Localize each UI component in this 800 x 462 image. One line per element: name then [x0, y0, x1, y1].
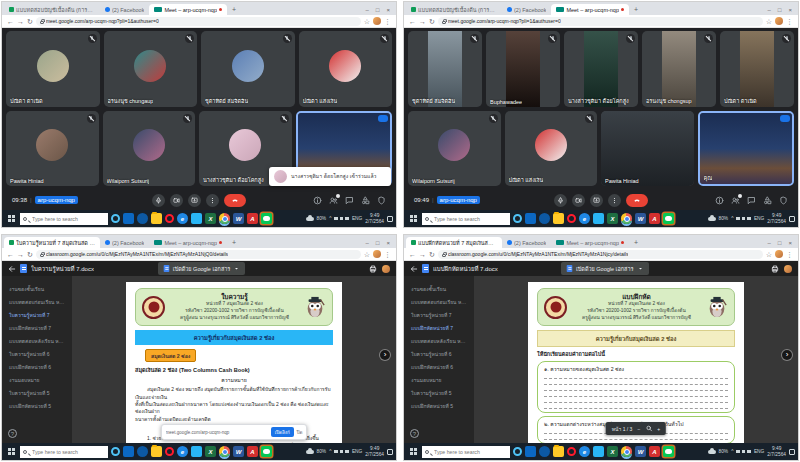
new-tab-button[interactable]: + — [227, 4, 241, 15]
action-center-icon[interactable] — [387, 216, 393, 222]
maximize-button[interactable]: □ — [376, 7, 380, 13]
system-tray[interactable]: 80%^ENG9:492/7/2564 — [708, 446, 795, 457]
chat-icon[interactable] — [345, 196, 354, 205]
sidebar-item[interactable]: ใบความรู้หน่วยที่ 6 — [2, 347, 72, 360]
tab-meet[interactable]: Meet – arp-ucqm-nqp — [551, 237, 629, 248]
tray-status-icons[interactable] — [736, 450, 751, 454]
file-explorer-icon[interactable] — [553, 213, 564, 224]
account-avatar[interactable] — [382, 265, 390, 273]
url-field[interactable]: meet.google.com/arp-ucqm-nqp?pli=1&authu… — [438, 17, 763, 26]
sidebar-item-active[interactable]: ใบความรู้หน่วยที่ 7 — [2, 308, 72, 321]
excel-icon[interactable]: X — [607, 446, 618, 457]
opera-icon[interactable] — [165, 214, 174, 223]
file-explorer-icon[interactable] — [553, 446, 564, 457]
language-indicator[interactable]: ENG — [754, 449, 764, 454]
participants-icon[interactable] — [329, 196, 338, 205]
tray-clock[interactable]: 9:492/7/2564 — [767, 213, 786, 224]
opera-icon[interactable] — [567, 447, 576, 456]
tab-sheets[interactable]: แบบทดสอบบัญชีเบื้องต้น (การตอบกลับ) — [4, 4, 100, 15]
line-icon[interactable] — [663, 213, 674, 224]
tab-meet[interactable]: Meet – arp-ucqm-nqp — [149, 4, 227, 15]
leave-call-button[interactable] — [224, 194, 246, 207]
profile-avatar[interactable] — [373, 17, 381, 25]
edge-legacy-icon[interactable]: e — [177, 213, 188, 224]
tray-status-icons[interactable] — [736, 217, 751, 221]
bookmark-star-icon[interactable]: ☆ — [766, 18, 772, 25]
mail-icon[interactable] — [593, 213, 604, 224]
cortana-icon[interactable] — [513, 214, 522, 223]
tray-clock[interactable]: 9:492/7/2564 — [365, 446, 384, 457]
present-button[interactable] — [188, 194, 201, 207]
more-options-button[interactable] — [206, 194, 219, 207]
action-center-icon[interactable] — [387, 449, 393, 455]
host-controls-icon[interactable] — [377, 196, 386, 205]
cortana-icon[interactable] — [111, 447, 120, 456]
sidebar-item[interactable]: แบบทดสอบหลังเรียน หน่วยที่ 7 — [2, 334, 72, 347]
tray-status-icons[interactable] — [334, 450, 349, 454]
participant-tile[interactable]: ปณิตา ตาเนิด — [6, 31, 100, 107]
tray-clock[interactable]: 9:492/7/2564 — [767, 446, 786, 457]
onedrive-icon[interactable] — [306, 217, 314, 221]
profile-avatar[interactable] — [775, 17, 783, 25]
print-icon[interactable] — [771, 265, 779, 273]
back-icon[interactable]: ← — [409, 251, 416, 258]
acrobat-icon[interactable]: A — [649, 446, 660, 457]
participant-tile[interactable]: ปณิตา แสงเงิน — [505, 111, 598, 187]
back-icon[interactable]: ← — [7, 18, 14, 25]
chrome-icon[interactable] — [219, 446, 230, 457]
store-icon[interactable] — [123, 213, 134, 224]
forward-icon[interactable]: → — [17, 18, 24, 25]
taskbar-search[interactable] — [20, 446, 108, 458]
system-tray[interactable]: 80%^ENG9:492/7/2564 — [708, 213, 795, 224]
maximize-button[interactable]: □ — [778, 7, 782, 13]
reload-icon[interactable]: ↻ — [429, 251, 435, 258]
excel-icon[interactable]: X — [205, 213, 216, 224]
participant-tile[interactable]: นางสาวชุติมา ต้อยโคกสูง — [564, 31, 638, 107]
mic-button[interactable] — [554, 194, 567, 207]
sidebar-item[interactable]: แบบทดสอบก่อนเรียน หน่วยที่ 7 — [404, 295, 474, 308]
file-explorer-icon[interactable] — [151, 213, 162, 224]
sidebar-item[interactable]: ใบความรู้หน่วยที่ 7 — [404, 308, 474, 321]
tray-chevron-icon[interactable]: ^ — [731, 449, 733, 454]
help-icon[interactable]: ? — [8, 429, 17, 438]
zoom-out-button[interactable]: − — [637, 426, 640, 432]
sidebar-item[interactable]: แบบฝึกหัดหน่วยที่ 6 — [404, 360, 474, 373]
reload-icon[interactable]: ↻ — [27, 18, 33, 25]
action-center-icon[interactable] — [789, 449, 795, 455]
start-button[interactable] — [5, 213, 17, 225]
zoom-in-button[interactable]: + — [657, 426, 660, 432]
profile-avatar[interactable] — [373, 250, 381, 258]
new-tab-button[interactable]: + — [227, 237, 241, 248]
word-icon[interactable]: W — [233, 213, 244, 224]
edge-legacy-icon[interactable]: e — [579, 213, 590, 224]
mail-icon[interactable] — [191, 213, 202, 224]
close-button[interactable]: × — [788, 7, 792, 13]
meeting-code[interactable]: arp-ucqm-nqp — [437, 196, 480, 204]
new-tab-button[interactable]: + — [629, 237, 643, 248]
start-button[interactable] — [5, 446, 17, 458]
minimize-button[interactable]: – — [366, 7, 369, 13]
taskbar-search[interactable] — [20, 213, 108, 225]
taskbar-search[interactable] — [422, 213, 510, 225]
close-button[interactable]: × — [386, 7, 390, 13]
edge-icon[interactable] — [137, 213, 148, 224]
tab-facebook[interactable]: (2) Facebook — [100, 4, 149, 15]
camera-button[interactable] — [572, 194, 585, 207]
forward-icon[interactable]: → — [419, 251, 426, 258]
word-icon[interactable]: W — [233, 446, 244, 457]
back-arrow-icon[interactable] — [410, 265, 418, 273]
print-icon[interactable] — [369, 265, 377, 273]
minimize-button[interactable]: – — [768, 240, 771, 246]
maximize-button[interactable]: □ — [376, 240, 380, 246]
line-icon[interactable] — [663, 446, 674, 457]
bookmark-star-icon[interactable]: ☆ — [364, 251, 370, 258]
word-icon[interactable]: W — [635, 446, 646, 457]
close-button[interactable]: × — [788, 240, 792, 246]
tab-meet[interactable]: Meet – arp-ucqm-nqp — [551, 4, 629, 15]
next-page-button[interactable]: › — [781, 349, 793, 361]
acrobat-icon[interactable]: A — [247, 446, 258, 457]
leave-call-button[interactable] — [626, 194, 648, 207]
sidebar-item[interactable]: แบบทดสอบหลังเรียน หน่วยที่ 7 — [404, 334, 474, 347]
mail-icon[interactable] — [593, 446, 604, 457]
open-with-button[interactable]: เปิดด้วย Google เอกสาร — [158, 262, 246, 275]
